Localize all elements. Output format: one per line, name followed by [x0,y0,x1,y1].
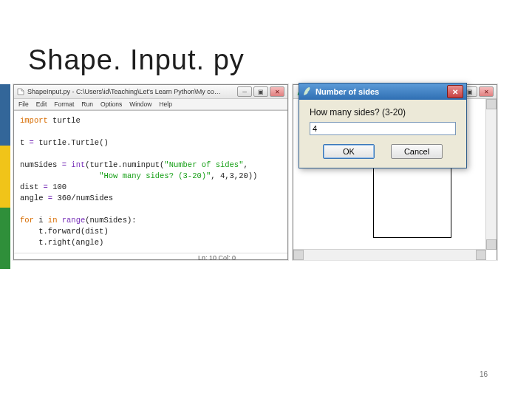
page-title: Shape. Input. py [28,44,245,76]
minimize-button[interactable]: ─ [237,86,252,97]
drawn-square [373,160,451,238]
editor-statusbar: Ln: 10 Col: 0 [14,253,287,265]
dialog-prompt: How many sides? (3-20) [310,107,456,117]
page-number: 16 [480,370,488,378]
python-feather-icon [302,86,311,97]
editor-titlebar[interactable]: ShapeInput.py - C:\Users\id\Teaching\Let… [14,85,287,99]
editor-title: ShapeInput.py - C:\Users\id\Teaching\Let… [27,88,234,95]
dialog-titlebar[interactable]: Number of sides ✕ [299,83,466,100]
dialog-close-button[interactable]: ✕ [447,85,463,98]
slide-accent-bar [0,84,10,269]
editor-menubar: File Edit Format Run Options Window Help [14,99,287,110]
vertical-scrollbar[interactable] [485,99,497,250]
menu-run[interactable]: Run [81,100,93,108]
menu-window[interactable]: Window [129,100,151,108]
menu-format[interactable]: Format [54,100,74,108]
menu-file[interactable]: File [18,100,29,108]
menu-options[interactable]: Options [100,100,122,108]
close-button[interactable]: ✕ [270,86,284,97]
dialog-input[interactable] [310,122,456,135]
code-area[interactable]: import turtle t = turtle.Turtle() numSid… [14,111,287,253]
menu-help[interactable]: Help [159,100,171,108]
cancel-button[interactable]: Cancel [391,144,443,159]
python-file-icon [17,88,24,95]
maximize-button[interactable]: ▣ [253,86,268,97]
ok-button[interactable]: OK [323,144,375,159]
numinput-dialog: Number of sides ✕ How many sides? (3-20)… [299,83,467,168]
horizontal-scrollbar[interactable] [293,249,486,260]
editor-window: ShapeInput.py - C:\Users\id\Teaching\Let… [13,84,288,260]
close-button[interactable]: ✕ [479,86,494,97]
dialog-title: Number of sides [316,87,443,96]
menu-edit[interactable]: Edit [36,100,47,108]
